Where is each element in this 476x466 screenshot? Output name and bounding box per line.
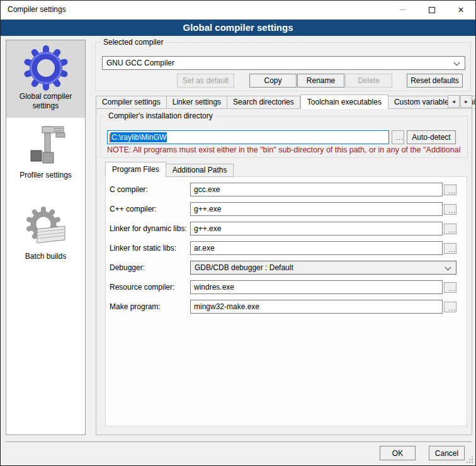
cpp-compiler-input[interactable] <box>190 202 443 216</box>
c-compiler-browse-button[interactable]: ... <box>444 185 456 195</box>
resize-grip[interactable] <box>472 462 473 463</box>
chevron-down-icon <box>445 264 451 271</box>
minimize-icon <box>400 9 406 10</box>
linker-dynamic-browse-button[interactable]: ... <box>444 224 456 234</box>
resource-compiler-browse-button[interactable]: ... <box>444 282 456 293</box>
sidebar-item-label: Profiler settings <box>6 169 85 184</box>
page-title: Global compiler settings <box>1 20 475 36</box>
field-label: C++ compiler: <box>110 202 190 216</box>
tab-scroll-right-button[interactable]: ▸ <box>460 95 472 108</box>
field-row-c-compiler: C compiler: ... <box>110 183 464 196</box>
tab-toolchain-executables[interactable]: Toolchain executables <box>300 94 388 109</box>
sidebar-item-label: Batch builds <box>6 251 85 265</box>
debugger-select-value: GDB/CDB debugger : Default <box>195 263 293 272</box>
field-row-make-program: Make program: ... <box>110 300 464 314</box>
field-row-linker-static: Linker for static libs: ... <box>110 241 464 255</box>
selected-compiler-group: Selected compiler GNU GCC Compiler Set a… <box>95 42 471 91</box>
sidebar-item-profiler-settings[interactable]: Profiler settings <box>6 119 85 184</box>
linker-static-browse-button[interactable]: ... <box>444 243 456 254</box>
install-dir-value: C:\raylib\MinGW <box>111 132 167 142</box>
title-bar: Compiler settings × <box>1 1 475 20</box>
field-label: Debugger: <box>110 261 190 275</box>
tab-search-directories[interactable]: Search directories <box>227 96 300 109</box>
field-label: Linker for static libs: <box>110 241 190 255</box>
make-program-input[interactable] <box>190 300 443 314</box>
cpp-compiler-browse-button[interactable]: ... <box>444 204 456 215</box>
compiler-settings-dialog: Compiler settings × Global compiler sett… <box>0 0 476 466</box>
ok-button[interactable]: OK <box>380 446 416 460</box>
selected-compiler-group-label: Selected compiler <box>101 38 166 47</box>
rename-button[interactable]: Rename <box>297 74 344 88</box>
make-program-browse-button[interactable]: ... <box>444 302 456 312</box>
field-label: Linker for dynamic libs: <box>110 222 190 236</box>
auto-detect-button[interactable]: Auto-detect <box>407 130 456 144</box>
maximize-button[interactable] <box>417 1 446 19</box>
reset-defaults-button[interactable]: Reset defaults <box>407 74 463 88</box>
field-row-debugger: Debugger: GDB/CDB debugger : Default <box>110 261 464 275</box>
sidebar-item-batch-builds[interactable]: Batch builds <box>6 200 85 265</box>
installation-directory-group-label: Compiler's installation directory <box>106 111 215 120</box>
close-button[interactable]: × <box>446 1 475 19</box>
caption-buttons: × <box>388 1 475 19</box>
resource-compiler-input[interactable] <box>190 280 443 294</box>
subtab-program-files[interactable]: Program Files <box>105 162 166 177</box>
field-row-cpp-compiler: C++ compiler: ... <box>110 202 464 216</box>
tab-linker-settings[interactable]: Linker settings <box>167 96 227 109</box>
field-row-linker-dynamic: Linker for dynamic libs: ... <box>110 222 464 236</box>
gear-blue-icon <box>23 45 69 91</box>
sidebar-item-global-compiler-settings[interactable]: Global compiler settings <box>6 40 85 118</box>
window-title: Compiler settings <box>8 1 66 19</box>
field-label: Make program: <box>110 300 190 314</box>
field-label: C compiler: <box>110 183 190 196</box>
field-label: Resource compiler: <box>110 280 190 294</box>
tab-compiler-settings[interactable]: Compiler settings <box>96 96 167 109</box>
caliper-icon <box>23 124 69 169</box>
install-dir-browse-button[interactable]: ... <box>392 130 404 144</box>
gear-stack-icon <box>23 205 69 251</box>
field-row-resource-compiler: Resource compiler: ... <box>110 280 464 294</box>
install-dir-note: NOTE: All programs must exist either in … <box>107 145 467 154</box>
minimize-button <box>388 1 417 19</box>
cancel-button[interactable]: Cancel <box>429 446 465 460</box>
right-arrow-icon: ▸ <box>465 98 468 105</box>
delete-button: Delete <box>345 74 392 88</box>
settings-tab-bar: Compiler settings Linker settings Search… <box>96 94 476 109</box>
compiler-select-value: GNU GCC Compiler <box>106 59 174 67</box>
settings-category-list: Global compiler settings Profiler settin… <box>6 40 86 435</box>
program-files-panel: C compiler: ... C++ compiler: ... Linker… <box>105 176 467 426</box>
subtab-additional-paths[interactable]: Additional Paths <box>166 164 234 177</box>
maximize-icon <box>429 7 435 13</box>
left-arrow-icon: ◂ <box>452 98 455 105</box>
debugger-select[interactable]: GDB/CDB debugger : Default <box>190 261 456 275</box>
linker-static-input[interactable] <box>190 241 443 255</box>
program-files-tab-bar: Program Files Additional Paths <box>105 162 234 177</box>
sidebar-item-label: Global compiler settings <box>6 91 85 115</box>
footer-divider <box>6 441 472 442</box>
c-compiler-input[interactable] <box>190 183 443 196</box>
tab-scroll-buttons: ◂ ▸ <box>447 95 472 108</box>
install-dir-input[interactable]: C:\raylib\MinGW <box>107 130 389 144</box>
chevron-down-icon <box>454 60 460 66</box>
linker-dynamic-input[interactable] <box>190 222 443 236</box>
close-icon: × <box>458 1 464 19</box>
tab-scroll-left-button[interactable]: ◂ <box>448 95 460 108</box>
installation-directory-group: Compiler's installation directory C:\ray… <box>100 116 468 158</box>
set-as-default-button: Set as default <box>177 74 234 88</box>
copy-button[interactable]: Copy <box>249 74 297 88</box>
compiler-select[interactable]: GNU GCC Compiler <box>102 56 465 70</box>
